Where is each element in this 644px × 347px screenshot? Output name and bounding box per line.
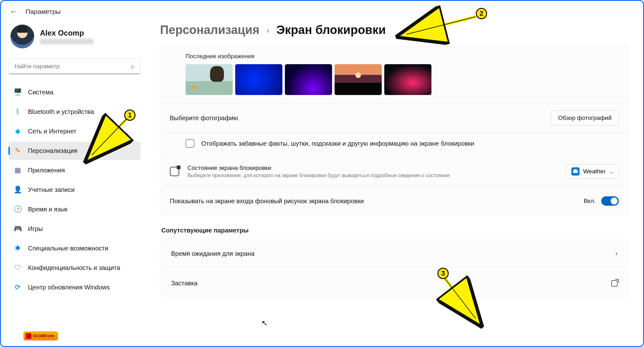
related-settings-header: Сопутствующие параметры (161, 227, 629, 234)
signin-bg-toggle[interactable] (601, 196, 619, 206)
recent-image-thumb[interactable] (384, 64, 431, 95)
sidebar-item-4[interactable]: ▦Приложения (8, 161, 141, 179)
sidebar-item-9[interactable]: 🛡Конфиденциальность и защита (8, 259, 141, 277)
nav-icon: 🕑 (14, 205, 22, 213)
recent-image-thumb[interactable] (335, 64, 382, 95)
main-content: Персонализация › Экран блокировки Послед… (146, 19, 643, 346)
signin-bg-row: Показывать на экране входа фоновый рисун… (160, 187, 629, 215)
recent-images-row (160, 64, 628, 103)
choose-photo-row: Выберите фотографию Обзор фотографий (160, 104, 628, 132)
recent-images-label: Последние изображения (160, 47, 628, 64)
sidebar-item-5[interactable]: 👤Учетные записи (8, 181, 141, 199)
nav-label: Центр обновления Windows (28, 284, 110, 291)
watermark-logo: OCOMP.info (24, 332, 58, 340)
back-button[interactable]: ← (10, 7, 18, 16)
sidebar-item-10[interactable]: ⟳Центр обновления Windows (8, 278, 141, 296)
lock-status-title: Состояние экрана блокировки (187, 165, 450, 171)
recent-image-thumb[interactable] (285, 64, 332, 95)
external-link-icon (611, 280, 618, 287)
breadcrumb-parent[interactable]: Персонализация (160, 23, 259, 37)
annotation-marker-2: 2 (476, 8, 487, 19)
sidebar-item-8[interactable]: ✱Специальные возможности (8, 239, 141, 257)
nav-icon: ✎ (14, 147, 22, 155)
browse-photos-button[interactable]: Обзор фотографий (551, 110, 619, 126)
settings-window: ← Параметры Alex Ocomp ⌕ 🖥️СистемаᛒBluet… (0, 0, 644, 347)
profile-email-blurred (40, 39, 93, 44)
chevron-down-icon: ⌄ (609, 169, 613, 175)
choose-photo-label: Выберите фотографию (170, 115, 238, 122)
breadcrumb-current: Экран блокировки (276, 23, 386, 37)
sidebar-item-2[interactable]: ◆Сеть и Интернет (8, 122, 141, 140)
toggle-state-label: Вкл. (584, 198, 596, 204)
fun-facts-row[interactable]: Отображать забавные факты, шутки, подска… (160, 133, 628, 155)
nav-label: Bluetooth и устройства (28, 108, 94, 115)
profile-block[interactable]: Alex Ocomp (8, 25, 141, 48)
search-box[interactable]: ⌕ (8, 59, 141, 74)
status-app-selected: Weather (583, 168, 606, 175)
lock-status-row[interactable]: Состояние экрана блокировки Выберите при… (160, 158, 629, 185)
nav-label: Специальные возможности (28, 245, 108, 252)
fun-facts-label: Отображать забавные факты, шутки, подска… (201, 140, 474, 147)
nav-label: Время и язык (28, 206, 68, 213)
profile-name: Alex Ocomp (40, 29, 93, 37)
nav-icon: 🛡 (14, 264, 22, 272)
chevron-right-icon: › (266, 25, 269, 36)
fun-facts-checkbox[interactable] (186, 139, 194, 148)
photo-card: Последние изображения Выберите фотографи… (160, 46, 629, 156)
nav-icon: ▦ (14, 166, 22, 174)
nav-icon: ᛒ (14, 108, 22, 116)
nav-label: Конфиденциальность и защита (28, 264, 120, 271)
nav-icon: ⟳ (14, 283, 22, 291)
search-input[interactable] (14, 63, 123, 70)
status-app-icon (170, 167, 179, 176)
screen-timeout-link[interactable]: Время ожидания для экрана › (160, 240, 629, 267)
recent-image-thumb[interactable] (186, 64, 233, 95)
sidebar-item-7[interactable]: 🎮Игры (8, 220, 141, 238)
screen-timeout-label: Время ожидания для экрана (171, 250, 255, 257)
cursor-icon: ↖ (261, 319, 268, 327)
nav-icon: 🎮 (14, 225, 22, 233)
nav-label: Игры (28, 225, 43, 232)
nav-list: 🖥️СистемаᛒBluetooth и устройства◆Сеть и … (8, 83, 141, 296)
screensaver-link[interactable]: Заставка (160, 270, 629, 297)
nav-icon: ◆ (14, 127, 22, 135)
sidebar: Alex Ocomp ⌕ 🖥️СистемаᛒBluetooth и устро… (1, 19, 146, 346)
recent-image-thumb[interactable] (235, 64, 282, 95)
search-icon: ⌕ (131, 63, 135, 70)
weather-icon (571, 167, 580, 176)
title-bar: ← Параметры (1, 1, 643, 19)
sidebar-item-1[interactable]: ᛒBluetooth и устройства (8, 103, 141, 121)
annotation-marker-1: 1 (124, 109, 136, 121)
nav-label: Система (28, 89, 53, 96)
lock-status-desc: Выберите приложение, для которого на экр… (187, 173, 450, 178)
nav-icon: ✱ (14, 244, 22, 252)
nav-label: Сеть и Интернет (28, 128, 76, 135)
nav-label: Приложения (28, 167, 65, 174)
app-title: Параметры (25, 8, 61, 15)
breadcrumb: Персонализация › Экран блокировки (160, 23, 629, 37)
sidebar-item-0[interactable]: 🖥️Система (8, 83, 141, 101)
sidebar-item-6[interactable]: 🕑Время и язык (8, 200, 141, 218)
nav-icon: 🖥️ (14, 88, 22, 96)
chevron-right-icon: › (615, 249, 618, 258)
status-app-dropdown[interactable]: Weather ⌄ (566, 164, 619, 179)
sidebar-item-3[interactable]: ✎Персонализация (8, 142, 141, 160)
screensaver-label: Заставка (171, 280, 197, 287)
nav-icon: 👤 (14, 186, 22, 194)
avatar (10, 25, 34, 48)
annotation-marker-3: 3 (437, 268, 449, 279)
nav-label: Учетные записи (28, 186, 75, 193)
signin-bg-label: Показывать на экране входа фоновый рисун… (170, 198, 364, 205)
nav-label: Персонализация (28, 147, 77, 154)
